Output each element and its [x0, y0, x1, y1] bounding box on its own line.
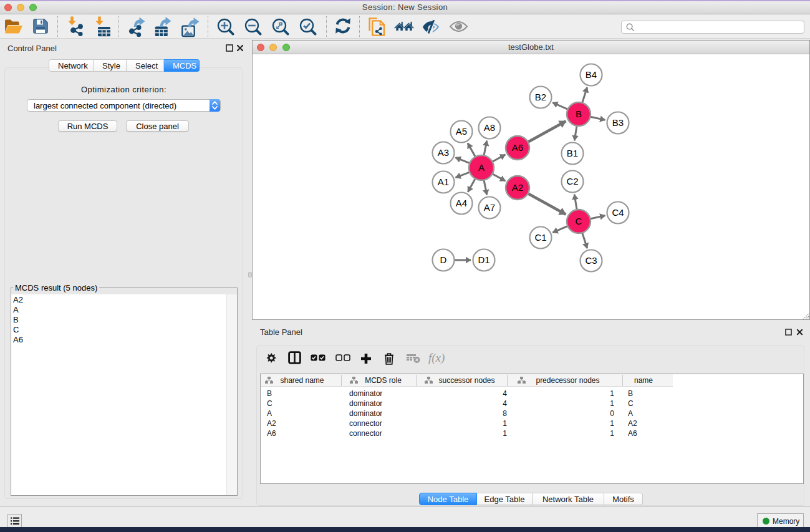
svg-text:A6: A6 [512, 142, 523, 153]
svg-text:C2: C2 [566, 176, 578, 186]
svg-text:B: B [576, 109, 582, 119]
svg-text:A2: A2 [512, 182, 523, 193]
svg-text:A7: A7 [484, 202, 495, 213]
svg-text:A5: A5 [456, 126, 467, 137]
svg-text:C1: C1 [534, 232, 546, 243]
svg-text:C4: C4 [612, 207, 624, 218]
svg-text:B3: B3 [612, 117, 624, 128]
svg-text:B4: B4 [586, 69, 597, 80]
svg-text:D: D [440, 254, 447, 265]
svg-text:A3: A3 [438, 147, 449, 158]
svg-text:A: A [478, 162, 485, 173]
svg-text:B2: B2 [535, 92, 546, 102]
svg-text:A8: A8 [484, 122, 495, 133]
svg-text:A4: A4 [456, 198, 467, 208]
svg-text:B1: B1 [567, 148, 578, 158]
svg-text:D1: D1 [478, 254, 489, 265]
svg-text:C3: C3 [585, 255, 597, 266]
svg-text:C: C [576, 216, 582, 226]
svg-text:A1: A1 [438, 177, 449, 187]
